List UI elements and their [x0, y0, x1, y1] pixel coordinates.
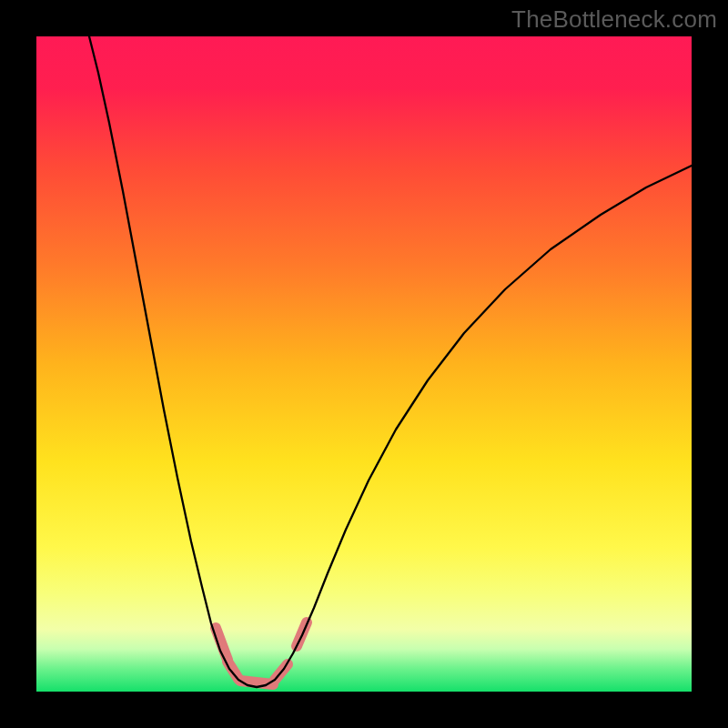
bottleneck-chart [36, 36, 692, 692]
gradient-background [36, 36, 692, 692]
watermark-text: TheBottleneck.com [511, 5, 717, 34]
chart-frame: TheBottleneck.com [0, 0, 728, 728]
plot-area [36, 36, 692, 692]
